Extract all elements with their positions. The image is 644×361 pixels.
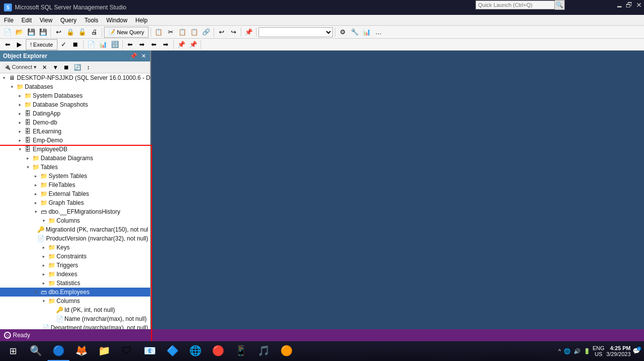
- tree-expander[interactable]: ▸: [16, 102, 24, 107]
- notification-icon[interactable]: 💬 1: [633, 348, 640, 355]
- tree-expander[interactable]: ▸: [16, 93, 24, 98]
- taskbar-app-shield[interactable]: 🛡: [116, 341, 138, 361]
- language-indicator[interactable]: ENG US: [592, 345, 604, 357]
- toolbar-btn-12[interactable]: 📋: [189, 27, 200, 38]
- oe-disconnect-btn[interactable]: ✕: [40, 62, 50, 72]
- tree-expander[interactable]: ▸: [40, 263, 48, 268]
- tree-item[interactable]: ▸🗄Emp-Demo: [0, 136, 150, 145]
- tree-item[interactable]: ▸📁Statistics: [0, 279, 150, 288]
- tree-item[interactable]: ▸📁External Tables: [0, 189, 150, 198]
- tree-expander[interactable]: ▾: [32, 209, 40, 214]
- tree-item[interactable]: ▸📁Indexes: [0, 270, 150, 279]
- tree-expander[interactable]: ▸: [16, 120, 24, 125]
- oe-sync-btn[interactable]: ↕: [83, 62, 93, 72]
- tree-item[interactable]: ▾📁Databases: [0, 82, 150, 91]
- tree-item[interactable]: ▸📁Database Diagrams: [0, 154, 150, 163]
- menu-window[interactable]: Window: [103, 15, 132, 25]
- oe-filter-btn[interactable]: ▼: [51, 62, 60, 72]
- sql-toolbar-btn-9[interactable]: ➡: [137, 39, 148, 50]
- toolbar-btn-3[interactable]: 💾: [26, 27, 37, 38]
- tree-expander[interactable]: ▾: [16, 147, 24, 152]
- tree-item[interactable]: 🔑Id (PK, int, not null): [0, 305, 150, 314]
- tree-expander[interactable]: ▸: [40, 281, 48, 286]
- menu-file[interactable]: File: [0, 15, 17, 25]
- menu-tools[interactable]: Tools: [81, 15, 103, 25]
- tree-item[interactable]: ▾🗃dbo.Employees: [0, 288, 150, 297]
- oe-pin-button[interactable]: 📌: [129, 53, 138, 60]
- tree-item[interactable]: ▸📁System Databases: [0, 91, 150, 100]
- toolbar-btn-1[interactable]: 📄: [2, 27, 13, 38]
- sql-toolbar-btn-13[interactable]: 📌: [188, 39, 199, 50]
- menu-help[interactable]: Help: [131, 15, 152, 25]
- tree-expander[interactable]: ▾: [40, 299, 48, 303]
- sql-toolbar-btn-1[interactable]: ⬅: [2, 39, 13, 50]
- tree-expander[interactable]: ▸: [32, 191, 40, 196]
- sql-toolbar-btn-6[interactable]: 📊: [98, 39, 108, 50]
- toolbar-btn-15[interactable]: ⚙: [337, 27, 348, 38]
- tree-item[interactable]: ▾🖥DESKTOP-NFSJJKD (SQL Server 16.0.1000.…: [0, 73, 150, 82]
- toolbar-btn-2[interactable]: 📂: [14, 27, 25, 38]
- tree-expander[interactable]: ▸: [16, 138, 24, 143]
- tree-item[interactable]: ▸📁Triggers: [0, 261, 150, 270]
- tree-item[interactable]: ▸🗄Demo-db: [0, 118, 150, 127]
- toolbar-btn-redo[interactable]: ↪: [228, 27, 239, 38]
- toolbar-btn-13[interactable]: 🔗: [201, 27, 212, 38]
- taskbar-app-ssms[interactable]: 🔵: [48, 341, 69, 361]
- tree-expander[interactable]: ▸: [32, 174, 40, 179]
- tree-expander[interactable]: ▾: [40, 218, 48, 223]
- tree-item[interactable]: ▸📁Constraints: [0, 252, 150, 261]
- tree-item[interactable]: ▾🗃dbo.__EFMigrationsHistory: [0, 207, 150, 216]
- toolbar-btn-14[interactable]: 📌: [243, 27, 254, 38]
- toolbar-btn-17[interactable]: 📊: [361, 27, 372, 38]
- tree-item[interactable]: 📄ProductVersion (nvarchar(32), not null): [0, 234, 150, 243]
- tree-expander[interactable]: ▸: [40, 254, 48, 259]
- sql-toolbar-btn-2[interactable]: ▶: [14, 39, 25, 50]
- minimize-button[interactable]: 🗕: [614, 1, 624, 8]
- taskbar-app-firefox[interactable]: 🦊: [70, 341, 92, 361]
- new-query-button[interactable]: 📝 New Query: [104, 27, 149, 38]
- toolbar-btn-5[interactable]: ↩: [53, 27, 64, 38]
- oe-connect-button[interactable]: 🔌 Connect ▾: [2, 63, 39, 71]
- tree-expander[interactable]: ▸: [16, 111, 24, 116]
- toolbar-btn-4[interactable]: 💾: [38, 27, 49, 38]
- toolbar-btn-8[interactable]: 🖨: [89, 27, 100, 38]
- tree-expander[interactable]: ▾: [24, 165, 32, 170]
- taskbar-app-orange[interactable]: 🟠: [275, 341, 297, 361]
- execute-button[interactable]: ! Execute: [26, 39, 57, 50]
- close-button[interactable]: ✕: [634, 1, 644, 8]
- tree-item[interactable]: ▸📁System Tables: [0, 172, 150, 180]
- sql-toolbar-btn-5[interactable]: 📄: [86, 39, 97, 50]
- menu-query[interactable]: Query: [56, 15, 81, 25]
- sql-toolbar-btn-11[interactable]: ➡: [161, 39, 171, 50]
- tree-item[interactable]: 📄Name (nvarchar(max), not null): [0, 314, 150, 323]
- tree-expander[interactable]: ▸: [40, 245, 48, 250]
- toolbar-btn-7[interactable]: 🔓: [77, 27, 88, 38]
- restore-button[interactable]: 🗗: [624, 1, 634, 8]
- sql-toolbar-btn-12[interactable]: 📌: [176, 39, 187, 50]
- taskbar-app-search[interactable]: 🔍: [25, 341, 47, 361]
- toolbar-btn-undo[interactable]: ↩: [216, 27, 227, 38]
- tree-item[interactable]: ▸📁Database Snapshots: [0, 100, 150, 109]
- tree-item[interactable]: ▾📁Columns: [0, 297, 150, 305]
- tree-item[interactable]: 🔑MigrationId (PK, nvarchar(150), not nul: [0, 225, 150, 234]
- tree-expander[interactable]: ▸: [40, 272, 48, 277]
- tree-item[interactable]: ▸🗄EfLearning: [0, 127, 150, 136]
- sql-toolbar-btn-10[interactable]: ⬅: [149, 39, 160, 50]
- tree-expander[interactable]: ▸: [24, 156, 32, 161]
- tree-expander[interactable]: ▾: [0, 75, 8, 80]
- toolbar-btn-6[interactable]: 🔒: [65, 27, 76, 38]
- tree-expander[interactable]: ▾: [32, 290, 40, 295]
- tree-item[interactable]: ▸📁Graph Tables: [0, 198, 150, 207]
- tree-expander[interactable]: ▸: [32, 182, 40, 187]
- taskbar-app-explorer[interactable]: 📁: [93, 341, 115, 361]
- taskbar-app-red[interactable]: 🔴: [207, 341, 229, 361]
- toolbar-btn-9[interactable]: 📋: [153, 27, 164, 38]
- oe-stop-btn[interactable]: ⏹: [61, 62, 71, 72]
- tree-item[interactable]: ▸🗄DatingApp: [0, 109, 150, 118]
- toolbar-btn-18[interactable]: …: [373, 27, 384, 38]
- taskbar-app-vscode[interactable]: 🔷: [161, 341, 183, 361]
- tree-item[interactable]: ▸📁Keys: [0, 243, 150, 252]
- sql-toolbar-btn-7[interactable]: 🔢: [109, 39, 120, 50]
- tree-item[interactable]: ▾📁Columns: [0, 216, 150, 225]
- database-selector[interactable]: [259, 27, 333, 37]
